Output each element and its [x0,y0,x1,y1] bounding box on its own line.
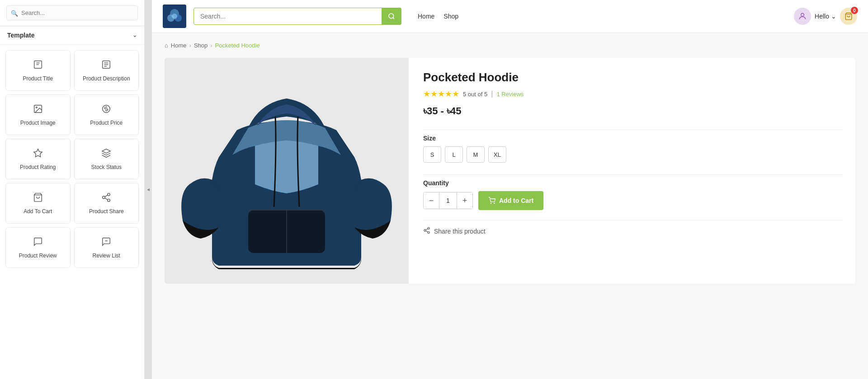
product-price-label: Product Price [90,120,123,126]
cart-button[interactable]: 0 [840,8,857,25]
widget-add-to-cart[interactable]: Add To Cart [5,183,71,224]
size-button-s[interactable]: S [423,146,441,163]
template-chevron-icon[interactable]: ⌄ [132,32,137,38]
product-layout: Pocketed Hoodie ★★★★★ 5 out of 5 | 1 Rev… [165,58,855,284]
product-share-label: Product Share [89,208,124,215]
quantity-label: Quantity [423,179,843,187]
divider-1 [423,130,843,130]
size-button-l[interactable]: L [445,146,463,163]
quantity-row: − + Add to Cart [423,191,843,210]
product-image-svg [165,58,409,284]
svg-marker-11 [102,149,110,153]
stock-status-label: Stock Status [91,164,122,170]
svg-marker-10 [34,149,42,156]
svg-point-23 [172,14,177,19]
svg-point-26 [801,13,804,16]
add-to-cart-label: Add To Cart [24,208,52,215]
topnav-user-area: Hello ⌄ 0 [794,8,857,25]
divider-2 [423,174,843,175]
widget-product-image[interactable]: Product Image [5,94,71,135]
add-to-cart-button[interactable]: Add to Cart [478,191,543,210]
cart-badge: 0 [851,7,858,14]
widget-product-rating[interactable]: Product Rating [5,139,71,179]
svg-point-29 [491,203,491,203]
product-title-icon [33,60,43,72]
quantity-input[interactable] [439,192,457,209]
nav-home-link[interactable]: Home [418,13,434,20]
sidebar-search-icon: 🔍 [11,9,18,16]
widget-product-review[interactable]: Product Review [5,227,71,268]
quantity-decrease-button[interactable]: − [424,192,439,209]
product-price-icon [101,104,111,116]
product-review-label: Product Review [19,253,57,259]
main-content: Home Shop Hello ⌄ 0 ⌂ [152,0,868,379]
product-rating-label: Product Rating [20,164,56,170]
widget-product-description[interactable]: Product Description [74,50,139,91]
user-avatar [794,8,811,25]
sidebar: 🔍 Template ⌄ Product Title Product Descr… [0,0,145,379]
product-info: Pocketed Hoodie ★★★★★ 5 out of 5 | 1 Rev… [423,58,855,284]
widget-review-list[interactable]: Review List [74,227,139,268]
svg-point-8 [36,107,37,108]
cart-icon [488,197,495,204]
product-review-icon [33,237,43,249]
nav-shop-link[interactable]: Shop [443,13,458,20]
template-header: Template ⌄ [0,26,144,45]
rating-stars: ★★★★★ [423,89,459,99]
svg-point-33 [428,232,429,234]
widget-product-price[interactable]: Product Price [74,94,139,135]
product-description-label: Product Description [83,75,130,82]
add-to-cart-label: Add to Cart [499,197,533,204]
breadcrumb: ⌂ Home › Shop › Pocketed Hoodie [165,42,855,49]
site-logo[interactable] [163,5,186,28]
product-price: ৳35 - ৳45 [423,105,843,117]
rating-score: 5 out of 5 [463,91,487,98]
page-content: ⌂ Home › Shop › Pocketed Hoodie [152,33,868,379]
share-row: Share this product [423,220,843,236]
quantity-controls: − + [423,192,473,209]
svg-line-34 [426,231,428,232]
topnav-search-button[interactable] [382,8,401,25]
product-rating-icon [33,148,43,160]
svg-point-24 [389,14,394,19]
breadcrumb-home[interactable]: Home [171,42,187,49]
hello-button[interactable]: Hello ⌄ [815,13,836,20]
breadcrumb-shop[interactable]: Shop [194,42,208,49]
template-label: Template [7,32,34,39]
hello-label: Hello [815,13,829,20]
product-title: Pocketed Hoodie [423,70,843,84]
review-list-icon [101,237,111,249]
breadcrumb-current: Pocketed Hoodie [215,42,260,49]
product-rating-row: ★★★★★ 5 out of 5 | 1 Reviews [423,89,843,99]
home-icon: ⌂ [165,42,168,49]
product-description-icon [101,60,111,72]
svg-point-13 [108,193,110,196]
quantity-increase-button[interactable]: + [457,192,472,209]
svg-point-14 [103,196,105,199]
product-share-icon [101,192,111,205]
svg-line-16 [105,198,108,200]
share-text: Share this product [434,228,486,235]
svg-point-31 [428,227,429,229]
breadcrumb-sep-2: › [210,42,212,49]
product-image-icon [33,104,43,116]
widget-product-share[interactable]: Product Share [74,183,139,224]
size-button-xl[interactable]: XL [488,146,506,163]
svg-line-35 [426,229,428,230]
widget-product-title[interactable]: Product Title [5,50,71,91]
topnav-search-input[interactable] [193,8,401,25]
size-button-m[interactable]: M [467,146,485,163]
widget-stock-status[interactable]: Stock Status [74,139,139,179]
top-navbar: Home Shop Hello ⌄ 0 [152,0,868,33]
sidebar-collapse-handle[interactable]: ◄ [145,0,152,379]
reviews-link[interactable]: 1 Reviews [496,91,524,98]
sidebar-search-input[interactable] [6,5,138,20]
share-icon [423,227,430,236]
svg-point-32 [424,229,426,231]
add-to-cart-icon [33,192,43,205]
sidebar-search-area: 🔍 [0,0,144,26]
breadcrumb-sep-1: › [189,42,191,49]
svg-line-25 [393,18,394,19]
topnav-search-area [193,8,401,25]
size-options: SLMXL [423,146,843,163]
